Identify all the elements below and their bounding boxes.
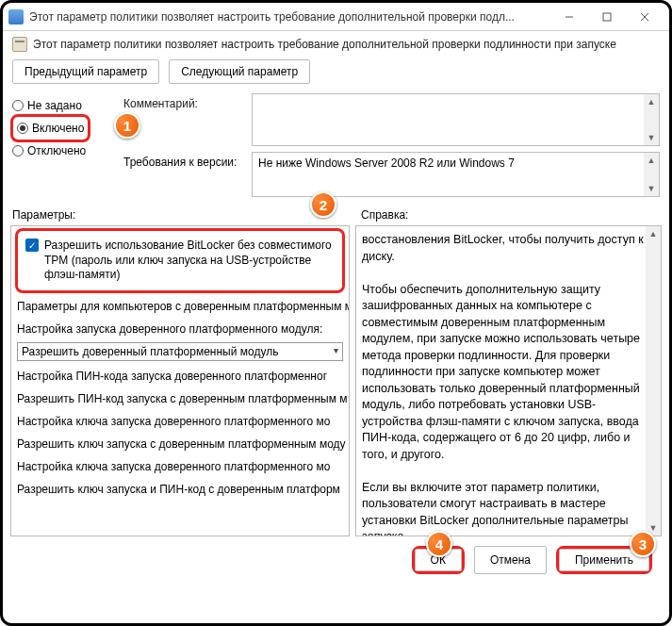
option-line: Настройка ключа запуска доверенного плат… [11, 410, 349, 433]
scrollbar[interactable]: ▲▼ [644, 153, 659, 196]
titlebar: Этот параметр политики позволяет настрои… [3, 3, 669, 31]
radio-label: Отключено [27, 144, 86, 157]
annotation-badge-4: 4 [426, 531, 452, 557]
option-line: Параметры для компьютеров с доверенным п… [11, 295, 349, 318]
option-line: Разрешить ключ запуска и ПИН-код с довер… [11, 478, 349, 501]
comment-textarea[interactable]: ▲▼ [252, 93, 660, 146]
scrollbar[interactable]: ▲▼ [644, 94, 659, 145]
help-text: Чтобы обеспечить дополнительную защиту з… [362, 282, 644, 464]
maximize-button[interactable] [588, 4, 626, 30]
radio-label: Не задано [27, 99, 82, 112]
option-line: Настройка ПИН-кода запуска доверенного п… [11, 365, 349, 387]
option-line: Разрешить ПИН-код запуска с доверенным п… [11, 387, 349, 410]
option-line: Разрешить ключ запуска с доверенным плат… [11, 433, 349, 455]
help-text: восстановления BitLocker, чтобы получить… [362, 232, 644, 265]
prev-setting-button[interactable]: Предыдущий параметр [12, 59, 159, 84]
radio-not-configured[interactable]: Не задано [12, 95, 116, 116]
policy-icon [12, 37, 27, 52]
checkbox-icon: ✓ [25, 239, 39, 252]
annotation-badge-2: 2 [310, 191, 336, 218]
cancel-button[interactable]: Отмена [474, 546, 547, 574]
comment-label: Комментарий: [123, 93, 246, 110]
checkbox-label: Разрешить использование BitLocker без со… [44, 239, 335, 283]
annotation-badge-3: 3 [630, 531, 656, 557]
scrollbar[interactable]: ▲▼ [646, 226, 661, 535]
radio-label: Включено [32, 122, 84, 135]
parameters-label: Параметры: [12, 208, 75, 222]
svg-rect-1 [603, 13, 611, 21]
allow-without-tpm-checkbox[interactable]: ✓ Разрешить использование BitLocker без … [20, 233, 340, 288]
app-icon [8, 9, 24, 25]
radio-enabled[interactable]: Включено [17, 118, 84, 139]
options-pane: ✓ Разрешить использование BitLocker без … [10, 225, 350, 536]
minimize-button[interactable] [550, 4, 588, 30]
help-label: Справка: [361, 208, 408, 222]
help-pane: восстановления BitLocker, чтобы получить… [355, 225, 662, 536]
close-button[interactable] [626, 4, 664, 30]
option-line: Настройка запуска доверенного платформен… [11, 318, 349, 340]
next-setting-button[interactable]: Следующий параметр [169, 59, 310, 84]
nav-row: Предыдущий параметр Следующий параметр [3, 59, 669, 93]
window-title: Этот параметр политики позволяет настрои… [29, 10, 550, 24]
help-text: Если вы включите этот параметр политики,… [362, 480, 644, 537]
option-line: Настройка ключа запуска доверенного плат… [11, 455, 349, 478]
version-label: Требования к версии: [123, 152, 246, 197]
annotation-badge-1: 1 [114, 112, 140, 139]
dialog-footer: ОК Отмена Применить 4 3 [3, 536, 669, 584]
radio-disabled[interactable]: Отключено [12, 140, 116, 161]
policy-description-row: Этот параметр политики позволяет настрои… [3, 31, 669, 59]
version-value: Не ниже Windows Server 2008 R2 или Windo… [252, 152, 660, 197]
tpm-startup-select[interactable]: Разрешить доверенный платформенный модул… [17, 342, 343, 361]
state-radio-group: Не задано Включено Отключено [12, 93, 116, 197]
policy-description: Этот параметр политики позволяет настрои… [33, 38, 616, 51]
